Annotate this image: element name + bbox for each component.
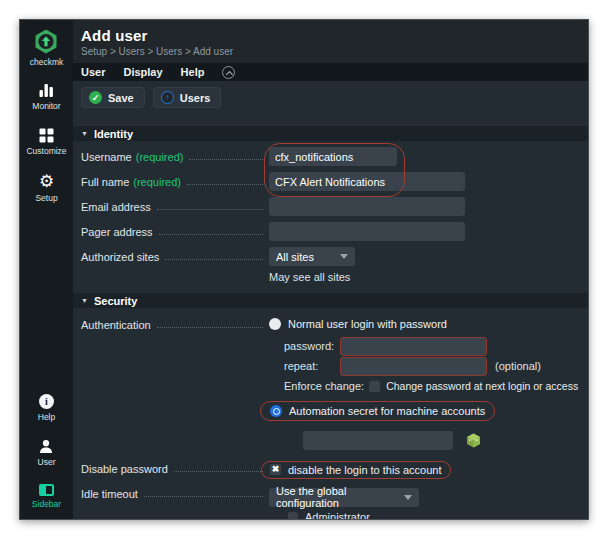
- enforce-change-checkbox[interactable]: [369, 381, 380, 392]
- password-line: password:: [284, 336, 580, 356]
- fullname-input[interactable]: [269, 172, 465, 191]
- sidebar-item-help[interactable]: i Help: [38, 394, 55, 422]
- repeat-label: repeat:: [284, 360, 340, 372]
- dotted-leader: [165, 250, 263, 260]
- pager-input[interactable]: [269, 222, 465, 241]
- authorized-sites-label: Authorized sites: [81, 251, 159, 263]
- checkmk-logo-icon: [34, 29, 58, 54]
- repeat-password-input[interactable]: [340, 357, 487, 376]
- automation-secret-input[interactable]: [303, 431, 453, 450]
- customize-icon: [39, 128, 54, 143]
- fullname-label: Full name: [81, 176, 129, 188]
- random-secret-dice-icon[interactable]: [466, 433, 481, 448]
- dotted-leader: [159, 225, 263, 235]
- password-label: password:: [284, 340, 340, 352]
- chevron-down-icon: [404, 495, 412, 500]
- dotted-leader: [174, 462, 263, 472]
- enforce-change-label: Enforce change:: [284, 380, 364, 392]
- page-title: Add user: [81, 27, 588, 44]
- dotted-leader: [157, 318, 263, 328]
- sidebar-toggle-icon: [39, 484, 54, 496]
- info-icon: i: [39, 394, 54, 409]
- radio-unselected-icon[interactable]: [269, 318, 281, 330]
- fullname-row: Full name (required): [81, 169, 580, 194]
- username-row: Username (required): [81, 144, 580, 169]
- radio-selected-icon[interactable]: [270, 405, 282, 417]
- username-input[interactable]: [269, 147, 397, 166]
- dotted-leader: [115, 516, 263, 519]
- disable-login-text: disable the login to this account: [288, 464, 442, 476]
- dotted-leader: [187, 175, 263, 185]
- gear-icon: ⚙: [39, 173, 54, 190]
- disable-password-row: Disable password ✖ disable the login to …: [81, 456, 580, 481]
- sidebar-item-sidebar[interactable]: Sidebar: [32, 484, 61, 509]
- sidebar-item-customize[interactable]: Customize: [26, 128, 66, 156]
- sidebar-item-label: Setup: [35, 193, 57, 203]
- disable-password-label: Disable password: [81, 463, 168, 475]
- sites-hint: May see all sites: [269, 271, 588, 283]
- page-header: Add user Setup > Users > Users > Add use…: [73, 20, 588, 63]
- authorized-sites-value: All sites: [276, 251, 314, 263]
- automation-secret-label: Automation secret for machine accounts: [289, 405, 485, 417]
- disable-login-checkbox[interactable]: ✖: [270, 464, 281, 475]
- breadcrumb: Setup > Users > Users > Add user: [81, 46, 588, 57]
- annotation-automation-secret: Automation secret for machine accounts: [260, 401, 495, 421]
- main-area: Add user Setup > Users > Users > Add use…: [73, 20, 588, 519]
- section-title: Identity: [94, 128, 133, 140]
- required-marker: (required): [133, 176, 181, 188]
- menu-help[interactable]: Help: [181, 66, 205, 78]
- identity-section: ▼ Identity Username (required): [73, 126, 588, 283]
- idle-timeout-select[interactable]: Use the global configuration: [269, 488, 419, 507]
- password-input[interactable]: [340, 337, 487, 356]
- sidebar-item-monitor[interactable]: Monitor: [32, 83, 60, 111]
- enforce-change-line: Enforce change: Change password at next …: [284, 376, 580, 396]
- sidebar-item-user[interactable]: User: [38, 439, 56, 467]
- username-label: Username: [81, 151, 132, 163]
- section-collapse-icon: ▼: [81, 130, 88, 137]
- pager-row: Pager address: [81, 219, 580, 244]
- automation-secret-option: Automation secret for machine accounts: [269, 401, 580, 421]
- sidebar-item-label: Customize: [26, 146, 66, 156]
- security-section-header[interactable]: ▼ Security: [73, 293, 588, 308]
- menu-display[interactable]: Display: [123, 66, 162, 78]
- monitor-icon: [39, 83, 54, 98]
- authentication-row: Authentication Normal user login with pa…: [81, 312, 580, 452]
- users-up-icon: ↑: [161, 91, 174, 104]
- users-button[interactable]: ↑ Users: [153, 87, 222, 108]
- collapse-menu-icon[interactable]: [222, 66, 235, 79]
- email-label: Email address: [81, 201, 151, 213]
- normal-login-label: Normal user login with password: [288, 318, 447, 330]
- annotation-disable-login: ✖ disable the login to this account: [261, 461, 451, 479]
- sidebar-item-setup[interactable]: ⚙ Setup: [35, 173, 57, 203]
- authorized-sites-select[interactable]: All sites: [269, 247, 355, 266]
- main-sidebar: checkmk Monitor Customize ⚙ Setup i: [20, 20, 73, 519]
- checkmk-logo[interactable]: checkmk: [30, 29, 64, 67]
- repeat-line: repeat: (optional): [284, 356, 580, 376]
- role-label[interactable]: Administrator: [305, 511, 370, 519]
- idle-timeout-label: Idle timeout: [81, 488, 138, 500]
- pager-label: Pager address: [81, 226, 153, 238]
- idle-timeout-row: Idle timeout Use the global configuratio…: [81, 481, 580, 507]
- save-check-icon: ✓: [89, 91, 102, 104]
- user-icon: [38, 439, 54, 454]
- optional-suffix: (optional): [495, 360, 541, 372]
- role-administrator: Administrator: [288, 511, 580, 520]
- role-checkbox[interactable]: [288, 512, 298, 519]
- email-row: Email address: [81, 194, 580, 219]
- menu-bar: User Display Help: [73, 63, 588, 81]
- email-input[interactable]: [269, 197, 465, 216]
- dotted-leader: [144, 487, 263, 497]
- normal-login-option[interactable]: Normal user login with password: [269, 312, 580, 336]
- enforce-change-text: Change password at next login or access: [386, 380, 578, 392]
- section-collapse-icon: ▼: [81, 297, 88, 304]
- save-button-label: Save: [108, 92, 134, 104]
- menu-user[interactable]: User: [81, 66, 105, 78]
- idle-timeout-value: Use the global configuration: [276, 485, 394, 509]
- sidebar-item-label: Monitor: [32, 101, 60, 111]
- action-bar: ✓ Save ↑ Users: [73, 81, 588, 113]
- form-content: ✓ Save ↑ Users ▼ Identity Username: [73, 81, 588, 519]
- dotted-leader: [157, 200, 263, 210]
- identity-section-header[interactable]: ▼ Identity: [73, 126, 588, 141]
- save-button[interactable]: ✓ Save: [81, 87, 145, 108]
- sidebar-item-label: Sidebar: [32, 499, 61, 509]
